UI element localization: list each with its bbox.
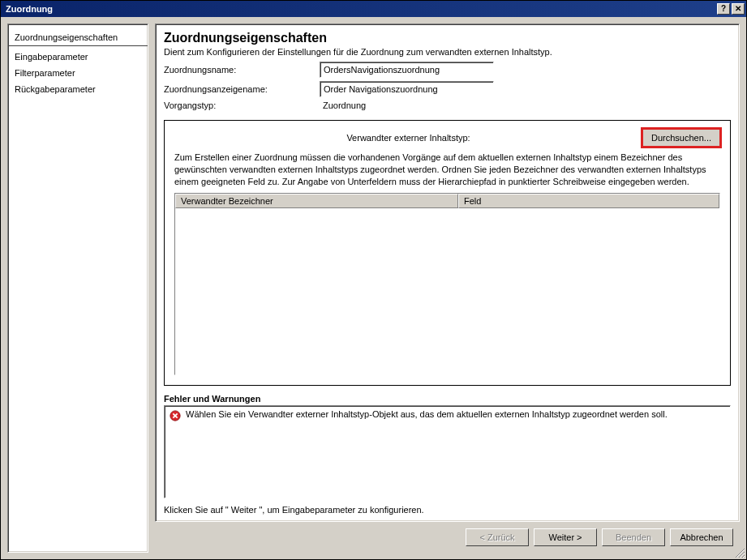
row-operation-type: Vorgangstyp: Zuordnung: [164, 100, 731, 110]
sidebar-item-rueckgabeparameter[interactable]: Rückgabeparameter: [8, 81, 148, 97]
errors-heading: Fehler und Warnungen: [164, 394, 731, 404]
label-operation-type: Vorgangstyp:: [164, 100, 320, 110]
grid-col-field[interactable]: Feld: [458, 194, 719, 208]
grid-header: Verwandter Bezeichner Feld: [175, 194, 719, 208]
wizard-page: Zuordnungseigenschaften Dient zum Konfig…: [155, 24, 740, 522]
help-button[interactable]: ?: [717, 3, 730, 15]
back-button[interactable]: < Zurück: [466, 528, 529, 546]
browse-button[interactable]: Durchsuchen...: [642, 129, 720, 147]
sidebar-item-label: Eingabeparameter: [15, 52, 88, 62]
dialog-window: Zuordnung ? ✕ Zuordnungseigenschaften Ei…: [0, 0, 747, 560]
error-row: Wählen Sie ein Verwandter externer Inhal…: [170, 409, 725, 421]
related-label: Verwandter externer Inhaltstyp:: [174, 133, 642, 143]
finish-button[interactable]: Beenden: [602, 528, 665, 546]
sidebar-item-zuordnungseigenschaften[interactable]: Zuordnungseigenschaften: [8, 28, 148, 46]
sidebar-item-eingabeparameter[interactable]: Eingabeparameter: [8, 49, 148, 65]
sidebar-item-label: Zuordnungseigenschaften: [15, 32, 118, 42]
related-top-row: Verwandter externer Inhaltstyp: Durchsuc…: [174, 129, 720, 147]
wizard-sidebar: Zuordnungseigenschaften Eingabeparameter…: [7, 24, 148, 553]
related-content-type-section: Verwandter externer Inhaltstyp: Durchsuc…: [164, 120, 731, 386]
page-description: Dient zum Konfigurieren der Einstellunge…: [164, 47, 731, 57]
wizard-footer: < Zurück Weiter > Beenden Abbrechen: [155, 522, 740, 553]
label-association-name: Zuordnungsname:: [164, 65, 320, 75]
sidebar-item-filterparameter[interactable]: Filterparameter: [8, 65, 148, 81]
sidebar-item-label: Filterparameter: [15, 68, 75, 78]
titlebar: Zuordnung ? ✕: [1, 1, 746, 17]
grid-col-identifier[interactable]: Verwandter Bezeichner: [175, 194, 458, 208]
page-hint: Klicken Sie auf " Weiter ", um Eingabepa…: [164, 505, 731, 515]
identifier-field-grid[interactable]: Verwandter Bezeichner Feld: [174, 193, 720, 375]
cancel-button[interactable]: Abbrechen: [670, 528, 733, 546]
titlebar-buttons: ? ✕: [717, 3, 745, 15]
error-text: Wählen Sie ein Verwandter externer Inhal…: [186, 409, 668, 419]
label-association-displayname: Zuordnungsanzeigename:: [164, 84, 320, 94]
sidebar-item-label: Rückgabeparameter: [15, 84, 96, 94]
row-association-name: Zuordnungsname:: [164, 62, 731, 78]
value-operation-type: Zuordnung: [320, 100, 366, 110]
dialog-body: Zuordnungseigenschaften Eingabeparameter…: [1, 17, 746, 559]
input-association-displayname[interactable]: [320, 81, 494, 97]
row-association-displayname: Zuordnungsanzeigename:: [164, 81, 731, 97]
input-association-name[interactable]: [320, 62, 494, 78]
errors-box: Wählen Sie ein Verwandter externer Inhal…: [164, 405, 731, 498]
related-description: Zum Erstellen einer Zuordnung müssen die…: [174, 152, 720, 188]
window-title: Zuordnung: [6, 4, 717, 14]
wizard-main: Zuordnungseigenschaften Dient zum Konfig…: [155, 24, 740, 553]
page-heading: Zuordnungseigenschaften: [164, 31, 731, 45]
next-button[interactable]: Weiter >: [534, 528, 597, 546]
grid-body: [175, 208, 719, 374]
close-button[interactable]: ✕: [732, 3, 745, 15]
error-icon: [170, 410, 181, 421]
